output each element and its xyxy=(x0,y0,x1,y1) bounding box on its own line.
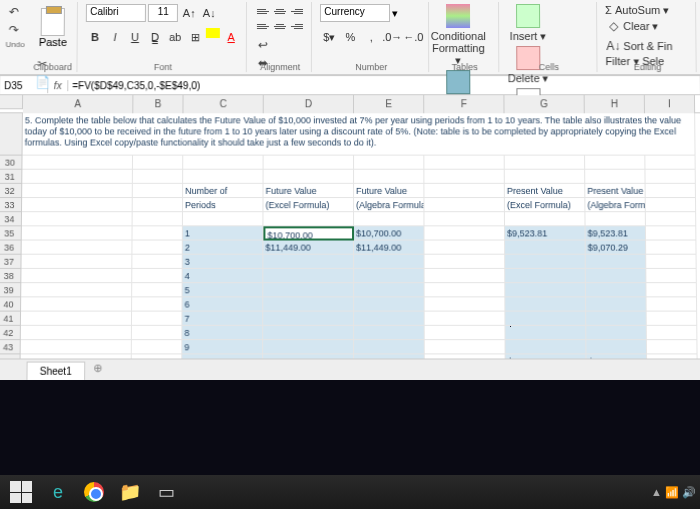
cell[interactable] xyxy=(183,156,263,170)
cell[interactable] xyxy=(424,156,504,170)
wrap-text-icon[interactable]: ↩ xyxy=(255,37,271,53)
fill-color-button[interactable] xyxy=(206,28,220,38)
cell[interactable] xyxy=(263,212,354,226)
cell[interactable] xyxy=(505,212,586,226)
col-header[interactable]: C xyxy=(183,95,263,113)
cell[interactable]: $11,449.00 xyxy=(263,241,354,255)
cell[interactable] xyxy=(354,297,425,311)
cell[interactable] xyxy=(424,212,505,226)
cell[interactable]: 1 xyxy=(183,226,264,240)
cell[interactable] xyxy=(354,283,425,297)
cell[interactable] xyxy=(647,326,698,340)
cell[interactable]: (Excel Formula) xyxy=(505,198,586,212)
cell[interactable] xyxy=(263,283,354,297)
cell[interactable] xyxy=(425,283,506,297)
cell[interactable]: 5 xyxy=(183,283,264,297)
row-header[interactable]: 33 xyxy=(0,198,22,212)
col-header[interactable]: B xyxy=(133,95,183,113)
cell[interactable]: Present Value xyxy=(585,184,645,198)
currency-button[interactable]: $▾ xyxy=(320,28,338,46)
cell[interactable] xyxy=(646,241,696,255)
cell[interactable]: $9,523.81 xyxy=(586,226,647,240)
network-icon[interactable]: 📶 xyxy=(665,486,679,499)
insert-button[interactable]: Insert ▾ xyxy=(507,4,549,42)
number-format-select[interactable]: Currency xyxy=(320,4,390,22)
cell[interactable] xyxy=(505,326,586,340)
col-header[interactable]: H xyxy=(585,95,645,113)
cell[interactable] xyxy=(133,198,183,212)
cell[interactable] xyxy=(22,184,133,198)
cell[interactable]: 2 xyxy=(183,241,264,255)
cell[interactable]: $6,139.13 xyxy=(506,354,587,358)
cell[interactable] xyxy=(425,312,506,326)
cell[interactable]: 10 xyxy=(182,354,263,358)
cell[interactable] xyxy=(133,156,183,170)
sort-filter-button[interactable]: A↓Sort & Fin xyxy=(605,38,672,54)
cell[interactable]: (Algebra Formula) xyxy=(585,198,645,212)
add-sheet-button[interactable]: ⊕ xyxy=(89,361,107,379)
cell[interactable] xyxy=(646,212,696,226)
cell[interactable] xyxy=(132,354,183,358)
row-header[interactable]: 43 xyxy=(0,340,21,354)
cell[interactable] xyxy=(263,312,354,326)
cell[interactable] xyxy=(354,255,425,269)
cell[interactable] xyxy=(354,212,424,226)
percent-button[interactable]: % xyxy=(341,28,359,46)
system-tray[interactable]: ▲📶🔊 xyxy=(651,486,696,499)
cell[interactable] xyxy=(21,297,132,311)
cell[interactable] xyxy=(21,312,132,326)
row-header[interactable]: 36 xyxy=(0,241,22,255)
cell[interactable] xyxy=(21,255,132,269)
cell[interactable] xyxy=(21,354,132,358)
cell[interactable] xyxy=(354,354,425,358)
sheet-tab[interactable]: Sheet1 xyxy=(26,361,84,379)
cell[interactable] xyxy=(354,326,425,340)
cell[interactable] xyxy=(585,170,645,184)
cell[interactable] xyxy=(424,184,504,198)
cell[interactable] xyxy=(22,198,133,212)
cell[interactable]: (Excel Formula) xyxy=(263,198,354,212)
row-header[interactable]: 44 xyxy=(0,354,21,358)
cell[interactable]: 6 xyxy=(182,297,263,311)
cell[interactable] xyxy=(645,170,695,184)
tray-icon[interactable]: ▲ xyxy=(651,486,662,499)
cell[interactable] xyxy=(425,241,506,255)
cell[interactable] xyxy=(425,326,506,340)
cell[interactable] xyxy=(21,283,132,297)
cell[interactable] xyxy=(505,241,586,255)
cell[interactable] xyxy=(22,170,133,184)
cell[interactable] xyxy=(505,269,586,283)
file-explorer-icon[interactable]: 📁 xyxy=(114,478,146,506)
cell[interactable]: Number of xyxy=(183,184,263,198)
cell[interactable] xyxy=(646,226,696,240)
cell[interactable] xyxy=(132,241,182,255)
volume-icon[interactable]: 🔊 xyxy=(682,486,696,499)
cell[interactable] xyxy=(132,283,183,297)
cell[interactable]: $9,070.29 xyxy=(586,241,647,255)
cell[interactable]: $11,449.00 xyxy=(354,241,425,255)
cell[interactable] xyxy=(425,354,506,358)
cell[interactable] xyxy=(264,156,354,170)
cell[interactable] xyxy=(505,312,586,326)
instruction-cell[interactable]: 5. Complete the table below that calcula… xyxy=(23,113,696,155)
cell[interactable] xyxy=(586,255,647,269)
cell[interactable] xyxy=(425,340,506,354)
row-header[interactable]: 38 xyxy=(0,269,21,283)
underline-button[interactable]: U xyxy=(126,28,144,46)
cell[interactable] xyxy=(506,340,587,354)
row-header[interactable]: 42 xyxy=(0,326,21,340)
italic-button[interactable]: I xyxy=(106,28,124,46)
cell[interactable] xyxy=(354,340,425,354)
cell[interactable] xyxy=(424,198,505,212)
formula-input[interactable]: =FV($D$49,C35,0,-$E$49,0) xyxy=(68,78,700,93)
cell[interactable] xyxy=(354,156,424,170)
cell[interactable] xyxy=(586,283,647,297)
cell[interactable] xyxy=(425,255,506,269)
cell[interactable] xyxy=(183,170,263,184)
cell[interactable] xyxy=(132,269,182,283)
cell[interactable]: Present Value xyxy=(505,184,586,198)
cell[interactable] xyxy=(133,212,183,226)
cell[interactable] xyxy=(646,283,697,297)
cell[interactable] xyxy=(646,184,696,198)
row-header[interactable]: 41 xyxy=(0,312,21,326)
